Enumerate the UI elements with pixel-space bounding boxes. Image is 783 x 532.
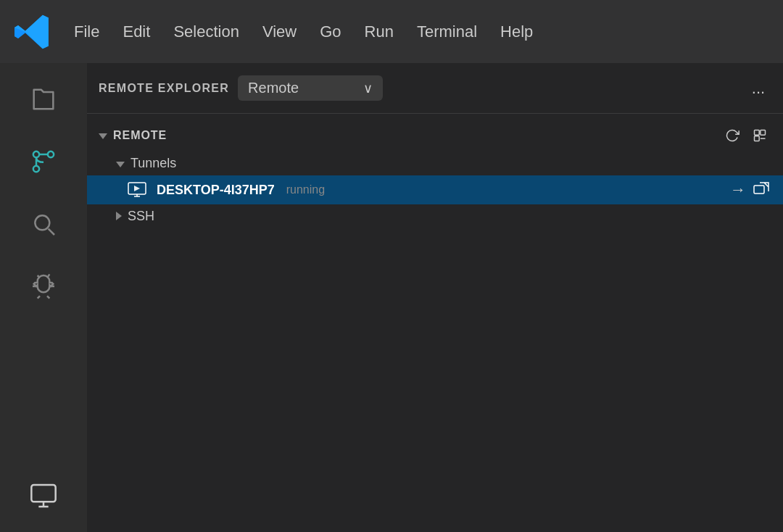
menu-file[interactable]: File bbox=[64, 18, 109, 46]
svg-rect-16 bbox=[754, 186, 764, 194]
svg-point-0 bbox=[33, 151, 39, 157]
tunnel-connect-button[interactable]: → bbox=[728, 180, 748, 200]
activity-bar bbox=[0, 63, 87, 532]
svg-rect-10 bbox=[755, 136, 760, 141]
tunnels-chevron-down-icon bbox=[116, 156, 125, 171]
menu-items: File Edit Selection View Go Run Terminal… bbox=[64, 18, 543, 46]
ssh-group[interactable]: SSH bbox=[87, 204, 783, 228]
tunnels-group[interactable]: Tunnels bbox=[87, 151, 783, 175]
section-actions bbox=[721, 124, 771, 147]
activity-icon-search[interactable] bbox=[14, 195, 72, 253]
menu-terminal[interactable]: Terminal bbox=[407, 18, 487, 46]
menu-run[interactable]: Run bbox=[355, 18, 404, 46]
refresh-button[interactable] bbox=[721, 124, 744, 147]
more-actions-button[interactable]: ... bbox=[745, 75, 771, 101]
ssh-label: SSH bbox=[128, 209, 154, 224]
remote-explorer-label: REMOTE EXPLORER bbox=[99, 82, 229, 95]
svg-marker-15 bbox=[134, 186, 140, 191]
remote-section-header[interactable]: REMOTE bbox=[87, 120, 783, 151]
remote-dropdown[interactable]: Remote ∨ bbox=[238, 75, 383, 101]
svg-rect-9 bbox=[761, 130, 766, 136]
tunnel-item-desktop[interactable]: DESKTOP-4I37HP7 running → bbox=[87, 175, 783, 204]
menu-go[interactable]: Go bbox=[310, 18, 351, 46]
section-chevron-down-icon bbox=[99, 129, 107, 142]
tunnels-label: Tunnels bbox=[130, 156, 176, 171]
tunnel-icon bbox=[128, 182, 146, 198]
svg-line-4 bbox=[49, 229, 54, 235]
svg-rect-5 bbox=[31, 485, 55, 502]
collapse-all-button[interactable] bbox=[748, 124, 771, 147]
sidebar-header: REMOTE EXPLORER Remote ∨ ... bbox=[87, 63, 783, 114]
tunnel-item-label: DESKTOP-4I37HP7 bbox=[157, 183, 275, 198]
svg-point-3 bbox=[35, 215, 49, 230]
sidebar-header-actions: ... bbox=[745, 75, 771, 101]
main-layout: REMOTE EXPLORER Remote ∨ ... REMOTE bbox=[0, 63, 783, 532]
menu-help[interactable]: Help bbox=[490, 18, 543, 46]
ssh-chevron-right-icon bbox=[116, 209, 122, 224]
activity-icon-source-control[interactable] bbox=[14, 133, 72, 191]
menu-edit[interactable]: Edit bbox=[112, 18, 160, 46]
tunnel-item-status: running bbox=[286, 183, 325, 196]
activity-icon-remote[interactable] bbox=[14, 467, 72, 525]
sidebar: REMOTE EXPLORER Remote ∨ ... REMOTE bbox=[87, 63, 783, 532]
vscode-logo bbox=[12, 10, 55, 54]
activity-icon-debug[interactable] bbox=[14, 257, 72, 315]
chevron-down-icon: ∨ bbox=[363, 80, 373, 96]
section-title: REMOTE bbox=[113, 129, 167, 142]
activity-icon-explorer[interactable] bbox=[14, 70, 72, 128]
remote-section: REMOTE bbox=[87, 114, 783, 234]
svg-point-1 bbox=[48, 151, 54, 157]
svg-rect-8 bbox=[755, 130, 760, 136]
remote-dropdown-text: Remote bbox=[248, 80, 299, 96]
tunnel-item-actions: → bbox=[728, 180, 771, 200]
menu-selection[interactable]: Selection bbox=[163, 18, 249, 46]
menu-bar: File Edit Selection View Go Run Terminal… bbox=[0, 0, 783, 63]
tunnel-open-button[interactable] bbox=[751, 180, 771, 200]
svg-point-2 bbox=[33, 166, 39, 172]
menu-view[interactable]: View bbox=[252, 18, 307, 46]
arrow-right-icon: → bbox=[730, 180, 746, 199]
